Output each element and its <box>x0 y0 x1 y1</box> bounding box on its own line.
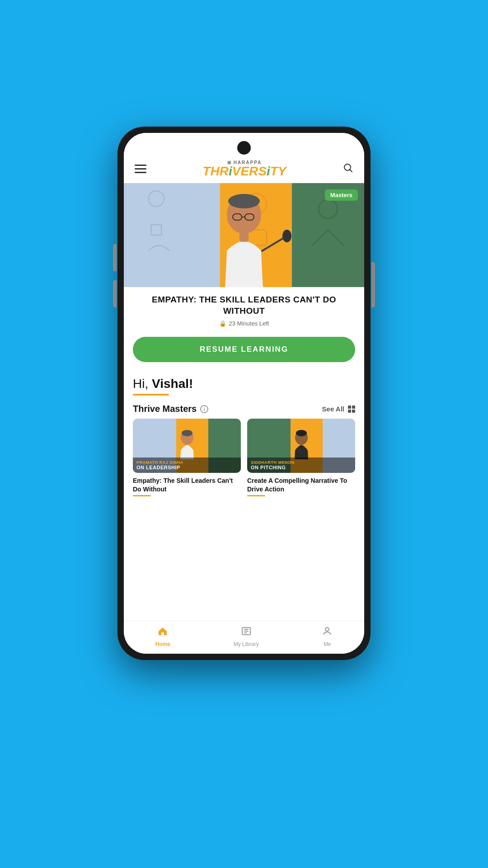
person-silhouette <box>194 188 294 287</box>
side-button-vol-up <box>113 244 117 271</box>
greeting-underline <box>133 394 169 396</box>
card-1-topic: ON LEADERSHIP <box>136 465 237 470</box>
course-info: EMPATHY: THE SKILL LEADERS CAN'T DO WITH… <box>124 287 364 332</box>
user-name: Vishal! <box>152 377 193 391</box>
svg-point-23 <box>325 627 329 631</box>
nav-library[interactable]: My Library <box>234 626 259 647</box>
nav-library-label: My Library <box>234 641 259 647</box>
me-icon <box>322 626 333 639</box>
masters-cards-row: PRAMATH RAJ SINHA ON LEADERSHIP Empathy:… <box>124 419 364 496</box>
card-1-title: Empathy: The Skill Leaders Can't Do With… <box>133 476 241 493</box>
app-logo: ⊞ HARAPPA THRiVERSiTY <box>202 160 286 178</box>
svg-point-18 <box>296 430 307 436</box>
logo-thriversity: THRiVERSiTY <box>202 165 286 178</box>
svg-line-1 <box>350 170 352 172</box>
lock-icon: 🔒 <box>219 320 226 327</box>
card-2-speaker: SIDDHARTH MENON <box>251 460 352 465</box>
svg-rect-12 <box>239 232 249 242</box>
svg-point-11 <box>228 194 260 208</box>
menu-line-3 <box>135 172 146 173</box>
hi-section: Hi, Vishal! <box>124 369 364 397</box>
svg-point-16 <box>182 430 192 436</box>
menu-line-1 <box>135 165 146 166</box>
course-meta: 🔒 23 Minutes Left <box>133 320 355 327</box>
course-title: EMPATHY: THE SKILL LEADERS CAN'T DO WITH… <box>133 294 355 316</box>
card-1-speaker: PRAMATH RAJ SINHA <box>136 460 237 465</box>
thrive-masters-header: Thrive Masters i See All <box>124 397 364 419</box>
bottom-navigation: Home My Library <box>124 621 364 654</box>
card-2-topic: ON PITCHING <box>251 465 352 470</box>
card-2-image: SIDDHARTH MENON ON PITCHING <box>247 419 355 473</box>
app-content: ⊞ HARAPPA THRiVERSiTY <box>124 133 364 654</box>
resume-learning-button[interactable]: RESUME LEARNING <box>133 337 355 362</box>
front-camera <box>237 141 251 155</box>
time-left: 23 Minutes Left <box>229 320 269 327</box>
info-icon[interactable]: i <box>200 405 208 413</box>
nav-me-label: Me <box>324 641 331 647</box>
phone-frame: ⊞ HARAPPA THRiVERSiTY <box>117 127 371 660</box>
nav-home-label: Home <box>155 641 170 647</box>
nav-me[interactable]: Me <box>322 626 333 647</box>
master-card-1[interactable]: PRAMATH RAJ SINHA ON LEADERSHIP Empathy:… <box>133 419 241 496</box>
master-card-2[interactable]: SIDDHARTH MENON ON PITCHING Create A Com… <box>247 419 355 496</box>
card-1-person <box>171 428 203 459</box>
phone-screen: ⊞ HARAPPA THRiVERSiTY <box>124 133 364 654</box>
search-icon[interactable] <box>343 162 353 176</box>
card-2-title: Create A Compelling Narrative To Drive A… <box>247 476 355 493</box>
card-2-overlay: SIDDHARTH MENON ON PITCHING <box>247 458 355 473</box>
side-button-vol-down <box>113 280 117 307</box>
side-button-power <box>371 262 375 307</box>
menu-line-2 <box>135 168 146 170</box>
svg-point-14 <box>282 230 291 242</box>
card-2-person <box>286 428 317 459</box>
card-1-overlay: PRAMATH RAJ SINHA ON LEADERSHIP <box>133 458 241 473</box>
nav-home[interactable]: Home <box>155 626 170 647</box>
hamburger-menu-button[interactable] <box>135 165 146 173</box>
masters-badge: Masters <box>325 189 358 201</box>
section-title: Thrive Masters i <box>133 404 208 414</box>
svg-line-13 <box>262 237 285 251</box>
see-all-button[interactable]: See All <box>322 405 355 413</box>
app-header: ⊞ HARAPPA THRiVERSiTY <box>124 133 364 183</box>
card-1-image: PRAMATH RAJ SINHA ON LEADERSHIP <box>133 419 241 473</box>
greeting-text: Hi, Vishal! <box>133 377 355 391</box>
hero-banner: Masters <box>124 183 364 287</box>
home-icon <box>157 626 168 639</box>
grid-view-icon <box>348 406 355 413</box>
library-icon <box>241 626 252 639</box>
